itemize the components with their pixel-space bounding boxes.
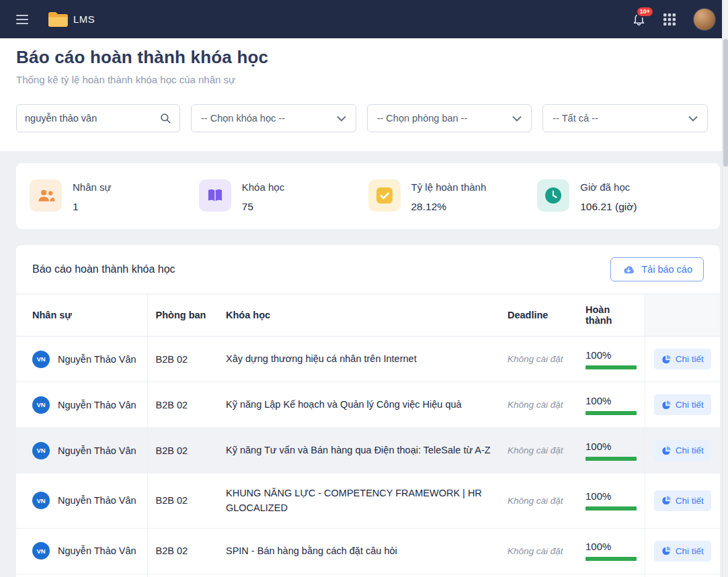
status-select[interactable]: -- Tất cả -- bbox=[542, 104, 708, 132]
course-select[interactable]: -- Chọn khóa học -- bbox=[191, 104, 356, 132]
check-square-icon bbox=[368, 179, 401, 212]
page-scrollbar[interactable] bbox=[722, 0, 728, 577]
pie-chart-icon bbox=[661, 400, 671, 410]
search-input[interactable] bbox=[25, 113, 159, 124]
course-cell: Xây dựng thương hiệu cá nhân trên Intern… bbox=[218, 337, 499, 382]
course-select-value: -- Chọn khóa học -- bbox=[201, 113, 285, 124]
course-cell: SPIN - Bán hàng bằng cách đặt câu hỏi bbox=[218, 528, 499, 574]
department-cell: B2B 02 bbox=[147, 574, 218, 577]
deadline-cell: Không cài đặt bbox=[499, 382, 577, 428]
notifications-button[interactable]: 10+ bbox=[632, 11, 646, 27]
chevron-down-icon bbox=[688, 116, 698, 122]
progress-bar bbox=[585, 557, 637, 561]
completion-cell: 100% bbox=[577, 574, 645, 577]
brand-label: LMS bbox=[73, 13, 95, 25]
department-cell: B2B 02 bbox=[147, 428, 218, 474]
staff-avatar: VN bbox=[32, 442, 50, 459]
stat-value: 28.12% bbox=[411, 201, 487, 213]
col-actions bbox=[645, 294, 720, 337]
detail-button[interactable]: Chi tiết bbox=[654, 490, 711, 511]
staff-name: Nguyễn Thảo Vân bbox=[58, 445, 136, 456]
pie-chart-icon bbox=[661, 355, 671, 364]
table-row: VNNguyễn Thảo Vân B2B 02 SPIN - Bán hàng… bbox=[16, 528, 720, 574]
download-report-label: Tải báo cáo bbox=[641, 264, 692, 275]
brand[interactable]: LMS bbox=[47, 11, 95, 28]
completion-cell: 100% bbox=[577, 474, 645, 529]
detail-button[interactable]: Chi tiết bbox=[654, 394, 711, 415]
staff-avatar: VN bbox=[32, 542, 50, 560]
page-header: Báo cáo hoàn thành khóa học Thống kê tỷ … bbox=[0, 38, 728, 151]
department-select-value: -- Chọn phòng ban -- bbox=[377, 113, 468, 124]
col-staff: Nhân sự bbox=[16, 294, 147, 337]
table-row: VNNguyễn Thảo Vân B2B 02 Kỹ năng Tư vấn … bbox=[16, 428, 720, 474]
stats-card: Nhân sự 1 Khóa học 75 Tỷ lệ hoàn thành 2… bbox=[16, 163, 720, 229]
clock-icon bbox=[537, 179, 569, 212]
completion-percent: 100% bbox=[585, 441, 637, 452]
detail-button-label: Chi tiết bbox=[676, 400, 704, 410]
completion-cell: 100% bbox=[577, 382, 645, 428]
stat-value: 1 bbox=[73, 201, 112, 213]
staff-avatar: VN bbox=[32, 351, 50, 368]
notification-badge: 10+ bbox=[636, 6, 654, 17]
deadline-cell: Không cài đặt bbox=[499, 337, 577, 382]
detail-button[interactable]: Chi tiết bbox=[654, 440, 711, 461]
table-header-row: Nhân sự Phòng ban Khóa học Deadline Hoàn… bbox=[16, 294, 720, 337]
staff-avatar: VN bbox=[32, 396, 50, 414]
course-cell: KHUNG NĂNG LỰC - COMPETENCY FRAMEWORK | … bbox=[218, 474, 499, 529]
search-icon[interactable] bbox=[159, 112, 171, 124]
department-cell: B2B 02 bbox=[147, 382, 218, 428]
progress-bar bbox=[585, 365, 637, 369]
pie-chart-icon bbox=[661, 446, 671, 455]
course-cell: Kỹ năng Lập Kế hoạch và Quản lý Công việ… bbox=[218, 382, 499, 428]
cloud-download-icon bbox=[622, 265, 635, 275]
staff-name: Nguyễn Thảo Vân bbox=[58, 354, 136, 365]
department-cell: B2B 02 bbox=[147, 337, 218, 382]
table-row: VNNguyễn Thảo Vân B2B 02 Bí quyết nhảy v… bbox=[16, 574, 720, 577]
page-title: Báo cáo hoàn thành khóa học bbox=[16, 47, 712, 68]
download-report-button[interactable]: Tải báo cáo bbox=[610, 257, 704, 281]
detail-button-label: Chi tiết bbox=[676, 546, 704, 556]
folder-icon bbox=[47, 11, 69, 28]
col-completion: Hoàn thành bbox=[577, 294, 645, 337]
detail-button[interactable]: Chi tiết bbox=[654, 349, 711, 369]
card-title: Báo cáo hoàn thành khóa học bbox=[32, 263, 175, 275]
menu-toggle-button[interactable] bbox=[15, 12, 30, 27]
completion-percent: 100% bbox=[585, 541, 637, 552]
deadline-cell: Không cài đặt bbox=[499, 528, 577, 574]
progress-bar bbox=[585, 411, 637, 415]
course-cell: Kỹ năng Tư vấn và Bán hàng qua Điện thoạ… bbox=[218, 428, 499, 474]
chevron-down-icon bbox=[512, 116, 522, 122]
deadline-cell: Không cài đặt bbox=[499, 428, 577, 474]
stat-value: 75 bbox=[242, 201, 284, 213]
department-select[interactable]: -- Chọn phòng ban -- bbox=[367, 104, 532, 132]
stat-value: 106.21 (giờ) bbox=[580, 201, 637, 213]
detail-button-label: Chi tiết bbox=[676, 354, 704, 364]
detail-button[interactable]: Chi tiết bbox=[654, 541, 711, 562]
stat-hours: Giờ đã học 106.21 (giờ) bbox=[537, 179, 706, 213]
course-cell: Bí quyết nhảy việc hiệu quả bbox=[218, 574, 499, 577]
staff-avatar: VN bbox=[32, 492, 50, 509]
stat-courses: Khóa học 75 bbox=[199, 179, 368, 213]
stat-label: Nhân sự bbox=[73, 181, 112, 193]
scrollbar-thumb[interactable] bbox=[723, 39, 728, 167]
staff-name: Nguyễn Thảo Vân bbox=[58, 495, 136, 506]
col-department: Phòng ban bbox=[147, 294, 218, 337]
progress-bar bbox=[585, 506, 637, 511]
apps-menu-button[interactable] bbox=[663, 13, 676, 26]
stat-completion-rate: Tỷ lệ hoàn thành 28.12% bbox=[368, 179, 538, 213]
report-table: Nhân sự Phòng ban Khóa học Deadline Hoàn… bbox=[16, 294, 720, 577]
card-header: Báo cáo hoàn thành khóa học Tải báo cáo bbox=[16, 245, 720, 294]
pie-chart-icon bbox=[661, 496, 671, 505]
deadline-cell: Không cài đặt bbox=[499, 474, 577, 529]
stat-label: Khóa học bbox=[242, 181, 284, 193]
stat-label: Giờ đã học bbox=[580, 181, 637, 193]
user-avatar[interactable] bbox=[693, 8, 716, 31]
report-card: Báo cáo hoàn thành khóa học Tải báo cáo … bbox=[16, 245, 720, 577]
department-cell: B2B 02 bbox=[147, 474, 218, 529]
stat-label: Tỷ lệ hoàn thành bbox=[411, 181, 487, 193]
deadline-cell: Không cài đặt bbox=[499, 574, 577, 577]
book-icon bbox=[199, 179, 231, 212]
completion-cell: 100% bbox=[577, 528, 645, 574]
col-deadline: Deadline bbox=[499, 294, 577, 337]
filter-bar: -- Chọn khóa học -- -- Chọn phòng ban --… bbox=[16, 104, 712, 132]
